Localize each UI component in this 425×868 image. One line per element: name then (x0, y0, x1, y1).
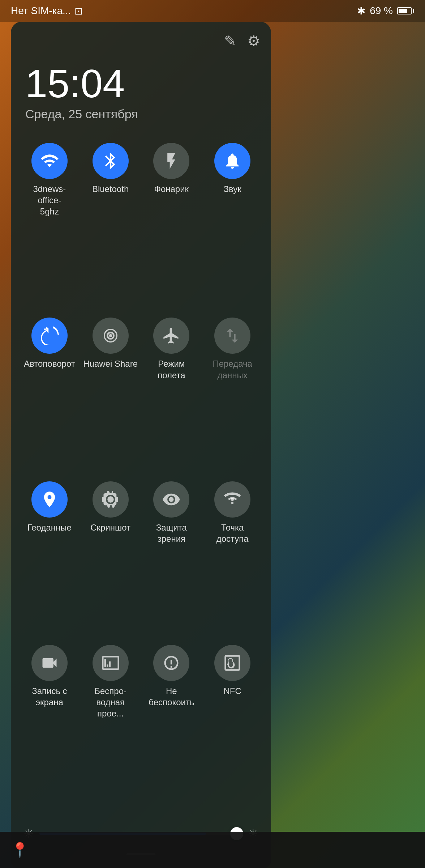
quick-tiles-grid: 3dnews-office-5ghz Bluetooth Фонарик (18, 136, 264, 820)
tile-eye-comfort-circle (153, 481, 189, 518)
tile-screen-record-label: Запись сэкрана (32, 685, 67, 708)
tile-screen-record[interactable]: Запись сэкрана (22, 645, 77, 812)
tile-sound[interactable]: Звук (205, 143, 260, 310)
tile-sound-circle (214, 143, 250, 179)
bluetooth-status-icon: ✱ (357, 5, 365, 17)
tile-wifi-circle (31, 143, 68, 179)
tile-bluetooth[interactable]: Bluetooth (83, 143, 138, 310)
tile-wireless-proj-circle (93, 645, 129, 681)
tile-huawei-share[interactable]: Huawei Share (83, 318, 138, 474)
tile-geodata-label: Геоданные (27, 522, 72, 533)
tile-autorotate-circle (31, 318, 68, 354)
status-left: Нет SIM-ка... ⊡ (11, 5, 83, 17)
tile-hotspot-circle (214, 481, 250, 518)
sim-icon: ⊡ (74, 5, 83, 17)
tile-data-transfer-circle (214, 318, 250, 354)
tile-hotspot-label: Точкадоступа (216, 522, 249, 544)
battery-icon (397, 7, 414, 14)
tile-screenshot-label: Скриншот (90, 522, 130, 533)
tile-huawei-share-circle (93, 318, 129, 354)
tile-bluetooth-label: Bluetooth (92, 183, 129, 195)
tile-nfc[interactable]: NFC (205, 645, 260, 812)
tile-data-transfer-label: Передачаданных (212, 358, 252, 380)
tile-wireless-proj-label: Беспро-водная прое... (83, 685, 138, 719)
tile-airplane[interactable]: Режимполета (144, 318, 199, 474)
location-icon: 📍 (11, 842, 29, 859)
tile-screenshot[interactable]: Скриншот (83, 481, 138, 638)
time-display: 15:04 (25, 64, 257, 103)
notification-panel: ✎ ⚙ 15:04 Среда, 25 сентября 3dnews-offi… (11, 22, 271, 868)
tile-dnd-circle (153, 645, 189, 681)
edit-button[interactable]: ✎ (224, 33, 236, 49)
tile-flashlight[interactable]: Фонарик (144, 143, 199, 310)
tile-autorotate[interactable]: Автоповорот (22, 318, 77, 474)
tile-screenshot-circle (93, 481, 129, 518)
tile-geodata-circle (31, 481, 68, 518)
tile-screen-record-circle (31, 645, 68, 681)
tile-bluetooth-circle (93, 143, 129, 179)
svg-point-2 (109, 334, 112, 337)
tile-wireless-proj[interactable]: Беспро-водная прое... (83, 645, 138, 812)
settings-button[interactable]: ⚙ (247, 33, 260, 49)
battery-percent: 69 % (370, 5, 393, 17)
tile-wifi[interactable]: 3dnews-office-5ghz (22, 143, 77, 310)
tile-nfc-circle (214, 645, 250, 681)
carrier-text: Нет SIM-ка... (11, 5, 71, 17)
tile-sound-label: Звук (224, 183, 241, 195)
tile-eye-comfort-label: Защитазрения (156, 522, 187, 544)
tile-dnd[interactable]: Небеспокоить (144, 645, 199, 812)
status-bar: Нет SIM-ка... ⊡ ✱ 69 % (0, 0, 425, 22)
tile-wifi-label: 3dnews-office-5ghz (22, 183, 77, 217)
panel-header: ✎ ⚙ (18, 29, 264, 56)
tile-eye-comfort[interactable]: Защитазрения (144, 481, 199, 638)
tile-huawei-share-label: Huawei Share (83, 358, 138, 369)
status-right: ✱ 69 % (357, 5, 414, 17)
tile-airplane-label: Режимполета (158, 358, 185, 380)
tile-hotspot[interactable]: Точкадоступа (205, 481, 260, 638)
tile-dnd-label: Небеспокоить (149, 685, 194, 708)
tile-nfc-label: NFC (223, 685, 241, 697)
tile-airplane-circle (153, 318, 189, 354)
tile-flashlight-label: Фонарик (154, 183, 189, 195)
tile-geodata[interactable]: Геоданные (22, 481, 77, 638)
time-section: 15:04 Среда, 25 сентября (18, 56, 264, 136)
tile-data-transfer[interactable]: Передачаданных (205, 318, 260, 474)
tile-autorotate-label: Автоповорот (24, 358, 75, 369)
date-display: Среда, 25 сентября (25, 107, 257, 121)
bottom-bar: 📍 (0, 832, 425, 868)
tile-flashlight-circle (153, 143, 189, 179)
